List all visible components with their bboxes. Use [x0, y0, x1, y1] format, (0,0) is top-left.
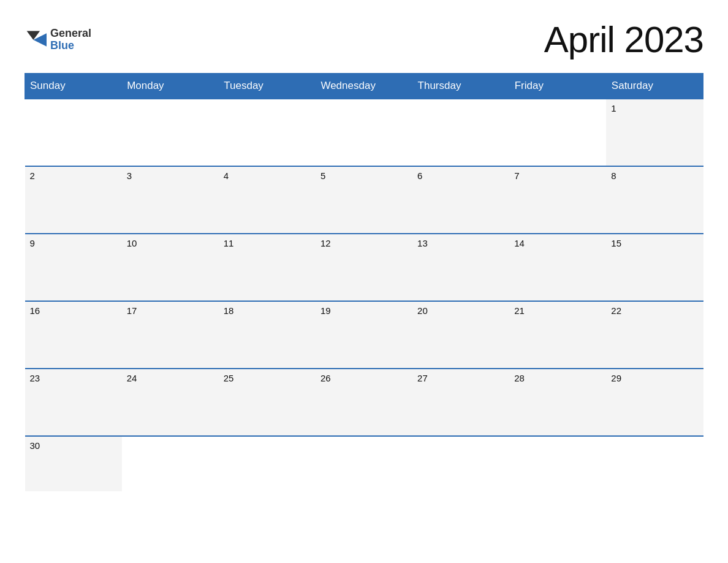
day-number: 6 [417, 170, 422, 181]
calendar-cell: 28 [509, 369, 606, 436]
day-number: 15 [611, 238, 621, 248]
day-number: 29 [611, 373, 621, 383]
calendar-cell: 27 [412, 369, 509, 436]
calendar-cell: 14 [509, 234, 606, 301]
calendar-cell: 6 [412, 166, 509, 234]
calendar-cell [122, 99, 219, 166]
calendar-cell: 15 [606, 234, 703, 301]
day-number: 16 [30, 305, 40, 316]
day-number: 17 [127, 305, 137, 316]
calendar-cell: 18 [219, 301, 316, 369]
calendar-cell: 29 [606, 369, 703, 436]
day-number: 8 [611, 170, 616, 181]
day-number: 23 [30, 373, 40, 383]
day-number: 30 [30, 440, 40, 451]
week-row-6: 30 [25, 436, 703, 491]
calendar-cell: 3 [122, 166, 219, 234]
day-number: 20 [417, 305, 428, 316]
calendar-cell: 17 [122, 301, 219, 369]
logo-general-text: General [50, 28, 91, 40]
day-number: 28 [514, 373, 525, 383]
day-number: 27 [417, 373, 428, 383]
day-number: 4 [224, 170, 229, 181]
week-row-1: 1 [25, 99, 703, 166]
calendar-cell: 24 [122, 369, 219, 436]
calendar-cell [219, 436, 316, 491]
calendar-cell: 25 [219, 369, 316, 436]
logo: General Blue [25, 28, 91, 52]
calendar-cell: 11 [219, 234, 316, 301]
calendar-cell: 21 [509, 301, 606, 369]
day-number: 13 [417, 238, 428, 248]
weekday-header-friday: Friday [509, 74, 606, 99]
calendar-cell [122, 436, 219, 491]
calendar-cell: 13 [412, 234, 509, 301]
day-number: 21 [514, 305, 525, 316]
day-number: 3 [127, 170, 132, 181]
calendar-cell: 5 [316, 166, 412, 234]
day-number: 11 [224, 238, 234, 248]
calendar-cell: 12 [316, 234, 412, 301]
calendar-cell [606, 436, 703, 491]
weekday-header-thursday: Thursday [412, 74, 509, 99]
calendar-cell: 30 [25, 436, 122, 491]
week-row-5: 23242526272829 [25, 369, 703, 436]
logo-text: General Blue [50, 28, 91, 52]
day-number: 2 [30, 170, 35, 181]
month-title: April 2023 [544, 18, 703, 61]
weekday-header-wednesday: Wednesday [316, 74, 412, 99]
day-number: 1 [611, 103, 616, 113]
day-number: 14 [514, 238, 525, 248]
day-number: 25 [224, 373, 234, 383]
weekday-header-saturday: Saturday [606, 74, 703, 99]
calendar-cell: 20 [412, 301, 509, 369]
calendar-cell [412, 99, 509, 166]
calendar-cell: 23 [25, 369, 122, 436]
day-number: 19 [320, 305, 331, 316]
logo-icon [25, 29, 47, 51]
calendar-cell [509, 99, 606, 166]
logo-blue-text: Blue [50, 40, 91, 52]
calendar-cell [509, 436, 606, 491]
week-row-4: 16171819202122 [25, 301, 703, 369]
day-number: 22 [611, 305, 621, 316]
calendar-cell: 9 [25, 234, 122, 301]
day-number: 24 [127, 373, 137, 383]
calendar-cell: 2 [25, 166, 122, 234]
day-number: 12 [320, 238, 331, 248]
calendar-cell: 22 [606, 301, 703, 369]
week-row-3: 9101112131415 [25, 234, 703, 301]
calendar-cell [316, 99, 412, 166]
day-number: 18 [224, 305, 234, 316]
day-number: 10 [127, 238, 137, 248]
day-number: 5 [320, 170, 325, 181]
day-number: 7 [514, 170, 519, 181]
weekday-header-row: SundayMondayTuesdayWednesdayThursdayFrid… [25, 74, 703, 99]
weekday-header-monday: Monday [122, 74, 219, 99]
calendar-cell [412, 436, 509, 491]
calendar-cell [219, 99, 316, 166]
header: General Blue April 2023 [25, 18, 703, 61]
calendar-cell: 16 [25, 301, 122, 369]
calendar-table: SundayMondayTuesdayWednesdayThursdayFrid… [25, 73, 703, 491]
calendar-cell: 4 [219, 166, 316, 234]
calendar-cell: 26 [316, 369, 412, 436]
weekday-header-sunday: Sunday [25, 74, 122, 99]
weekday-header-tuesday: Tuesday [219, 74, 316, 99]
day-number: 26 [320, 373, 331, 383]
calendar-cell: 7 [509, 166, 606, 234]
day-number: 9 [30, 238, 35, 248]
week-row-2: 2345678 [25, 166, 703, 234]
calendar-cell [316, 436, 412, 491]
calendar-cell: 19 [316, 301, 412, 369]
calendar-cell [25, 99, 122, 166]
calendar-cell: 8 [606, 166, 703, 234]
calendar-cell: 10 [122, 234, 219, 301]
calendar-cell: 1 [606, 99, 703, 166]
